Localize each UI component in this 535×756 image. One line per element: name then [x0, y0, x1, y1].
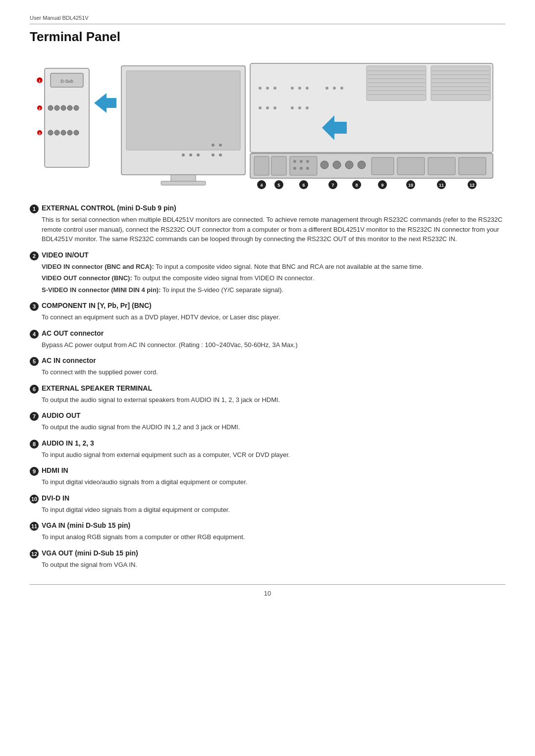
section-heading-1: 1EXTERNAL CONTROL (mini D-Sub 9 pin)	[30, 204, 505, 213]
svg-text:6: 6	[302, 183, 305, 188]
svg-point-15	[54, 130, 59, 135]
section-3: 3COMPONENT IN [Y, Pb, Pr] (BNC)To connec…	[30, 302, 505, 322]
section-12: 12VGA OUT (mini D-Sub 15 pin)To output t…	[30, 549, 505, 570]
section-title-8: AUDIO IN 1, 2, 3	[42, 439, 94, 447]
section-body-text-12: To output the signal from VGA IN.	[42, 560, 505, 570]
section-heading-8: 8AUDIO IN 1, 2, 3	[30, 439, 505, 448]
svg-rect-67	[254, 156, 269, 175]
svg-rect-80	[372, 157, 394, 175]
svg-point-28	[197, 153, 200, 156]
svg-point-58	[340, 87, 343, 90]
section-number-9: 9	[30, 467, 39, 476]
section-number-7: 7	[30, 412, 39, 421]
svg-text:5: 5	[277, 183, 280, 188]
svg-rect-25	[161, 181, 206, 185]
svg-point-11	[74, 105, 79, 110]
section-11: 11VGA IN (mini D-Sub 15 pin)To input ana…	[30, 521, 505, 542]
section-body-text-10: To input digital video signals from a di…	[42, 505, 505, 515]
section-title-11: VGA IN (mini D-Sub 15 pin)	[42, 521, 130, 529]
svg-point-61	[273, 106, 276, 109]
section-title-12: VGA OUT (mini D-Sub 15 pin)	[42, 549, 138, 557]
page-number: 10	[30, 584, 505, 597]
section-heading-9: 9HDMI IN	[30, 466, 505, 475]
svg-rect-82	[428, 157, 455, 175]
section-number-12: 12	[30, 550, 39, 558]
svg-point-30	[219, 144, 222, 147]
svg-text:12: 12	[470, 183, 475, 188]
svg-point-8	[54, 105, 59, 110]
svg-point-18	[74, 130, 79, 135]
section-number-4: 4	[30, 330, 39, 339]
section-4: 4AC OUT connectorBypass AC power output …	[30, 329, 505, 350]
svg-point-51	[266, 87, 269, 90]
svg-point-70	[293, 160, 296, 163]
section-heading-12: 12VGA OUT (mini D-Sub 15 pin)	[30, 549, 505, 558]
section-number-1: 1	[30, 204, 39, 213]
svg-point-9	[61, 105, 66, 110]
section-title-6: EXTERNAL SPEAKER TERMINAL	[42, 384, 152, 392]
section-8: 8AUDIO IN 1, 2, 3To input audio signal f…	[30, 439, 505, 460]
section-body-text-5: To connect with the supplied power cord.	[42, 367, 505, 377]
section-2: 2VIDEO IN/OUTVIDEO IN connector (BNC and…	[30, 251, 505, 295]
svg-rect-83	[459, 157, 486, 175]
svg-rect-23	[126, 71, 240, 150]
svg-point-73	[293, 167, 296, 170]
svg-point-55	[306, 87, 309, 90]
svg-point-16	[61, 130, 66, 135]
section-1: 1EXTERNAL CONTROL (mini D-Sub 9 pin)This…	[30, 204, 505, 244]
section-title-2: VIDEO IN/OUT	[42, 251, 89, 259]
section-title-7: AUDIO OUT	[42, 411, 81, 419]
diagram-svg: D-Sub 1 1 2 3	[30, 53, 505, 192]
svg-point-71	[300, 160, 303, 163]
section-body-text-1: This is for serial connection when multi…	[42, 215, 505, 244]
svg-rect-81	[397, 157, 425, 175]
terminal-panel-diagram: D-Sub 1 1 2 3	[30, 53, 505, 192]
section-body-text-11: To input analog RGB signals from a compu…	[42, 532, 505, 542]
section-title-1: EXTERNAL CONTROL (mini D-Sub 9 pin)	[42, 204, 176, 212]
section-number-6: 6	[30, 385, 39, 394]
page: User Manual BDL4251V Terminal Panel D-Su…	[0, 0, 535, 756]
section-heading-10: 10DVI-D IN	[30, 494, 505, 503]
section-heading-5: 5AC IN connector	[30, 356, 505, 365]
svg-text:3: 3	[39, 132, 41, 135]
svg-point-32	[219, 153, 222, 156]
svg-marker-21	[94, 93, 116, 113]
svg-point-10	[67, 105, 72, 110]
svg-text:10: 10	[408, 183, 413, 188]
section-body-text-2: VIDEO OUT connector (BNC): To output the…	[42, 273, 505, 283]
svg-rect-68	[271, 156, 286, 175]
svg-point-54	[298, 87, 301, 90]
page-title: Terminal Panel	[30, 29, 505, 45]
section-number-8: 8	[30, 440, 39, 449]
svg-point-14	[48, 130, 53, 135]
svg-point-53	[291, 87, 294, 90]
section-heading-11: 11VGA IN (mini D-Sub 15 pin)	[30, 521, 505, 530]
svg-text:2: 2	[39, 107, 41, 110]
svg-point-74	[300, 167, 303, 170]
section-6: 6EXTERNAL SPEAKER TERMINALTo output the …	[30, 384, 505, 405]
section-title-10: DVI-D IN	[42, 494, 69, 502]
section-body-text-2: S-VIDEO IN connector (MINI DIN 4 pin): T…	[42, 285, 505, 295]
svg-point-17	[67, 130, 72, 135]
section-heading-6: 6EXTERNAL SPEAKER TERMINAL	[30, 384, 505, 393]
section-body-text-8: To input audio signal from external equi…	[42, 450, 505, 460]
svg-point-56	[325, 87, 328, 90]
svg-text:7: 7	[331, 183, 334, 188]
section-body-text-2: VIDEO IN connector (BNC and RCA): To inp…	[42, 262, 505, 272]
svg-text:D-Sub: D-Sub	[60, 79, 73, 84]
svg-text:4: 4	[260, 183, 263, 188]
svg-point-72	[306, 160, 309, 163]
svg-text:8: 8	[355, 183, 358, 188]
svg-point-77	[333, 161, 341, 169]
section-body-text-7: To output the audio signal from the AUDI…	[42, 422, 505, 432]
section-number-10: 10	[30, 495, 39, 504]
svg-point-52	[273, 87, 276, 90]
section-number-11: 11	[30, 522, 39, 531]
section-heading-3: 3COMPONENT IN [Y, Pb, Pr] (BNC)	[30, 302, 505, 310]
svg-text:1: 1	[39, 79, 41, 83]
svg-point-78	[345, 161, 353, 169]
svg-point-75	[306, 167, 309, 170]
section-number-2: 2	[30, 252, 39, 260]
svg-text:9: 9	[381, 183, 383, 188]
svg-point-26	[182, 153, 185, 156]
